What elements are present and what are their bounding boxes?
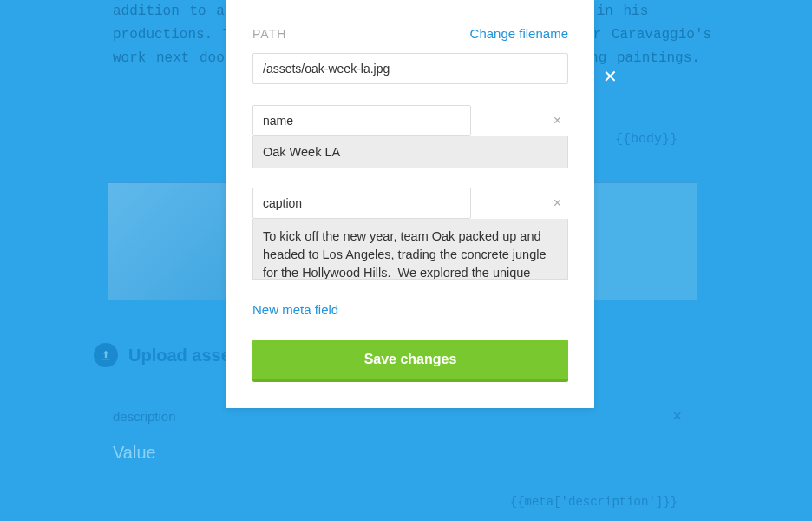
new-meta-field-link[interactable]: New meta field (252, 302, 338, 317)
meta-field-caption: × To kick off the new year, team Oak pac… (252, 188, 568, 283)
save-changes-button[interactable]: Save changes (252, 340, 568, 382)
meta-key-input[interactable] (252, 105, 471, 136)
modal-header: PATH Change filename (252, 26, 568, 41)
remove-meta-button[interactable]: × (553, 113, 561, 129)
close-modal-button[interactable]: ✕ (603, 68, 618, 85)
body-template-tag: {{body}} (615, 132, 678, 147)
value-placeholder-label: Value (113, 443, 156, 463)
remove-field-icon[interactable]: × (672, 407, 682, 425)
meta-value-textarea[interactable]: To kick off the new year, team Oak packe… (252, 219, 568, 280)
description-key-label: description (113, 409, 176, 424)
meta-description-tag: {{meta['description']}} (510, 495, 678, 509)
meta-field-name: × (252, 105, 568, 168)
asset-edit-modal: PATH Change filename × × To kick off the… (226, 0, 594, 408)
path-input[interactable] (252, 53, 568, 84)
path-label: PATH (252, 27, 286, 41)
upload-icon (94, 343, 118, 367)
upload-asset-row[interactable]: Upload asset (94, 343, 236, 367)
upload-asset-label: Upload asset (128, 346, 236, 366)
meta-key-input[interactable] (252, 188, 471, 219)
remove-meta-button[interactable]: × (553, 195, 561, 211)
meta-value-input[interactable] (252, 136, 568, 168)
change-filename-link[interactable]: Change filename (470, 26, 568, 41)
